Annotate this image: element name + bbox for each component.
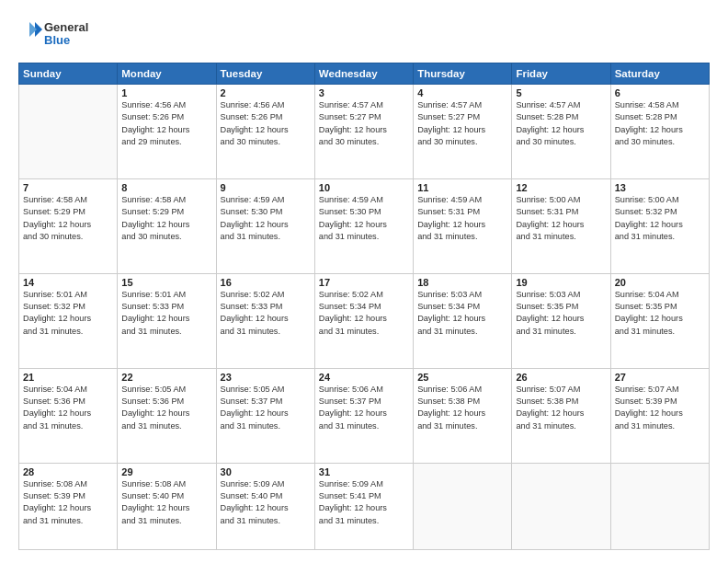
- day-number: 10: [319, 182, 409, 193]
- day-info: Sunrise: 5:09 AMSunset: 5:41 PMDaylight:…: [319, 478, 409, 527]
- day-number: 2: [221, 87, 311, 98]
- day-info: Sunrise: 4:57 AMSunset: 5:27 PMDaylight:…: [417, 99, 507, 148]
- calendar-cell: 29Sunrise: 5:08 AMSunset: 5:40 PMDayligh…: [118, 463, 216, 549]
- calendar-cell: 21Sunrise: 5:04 AMSunset: 5:36 PMDayligh…: [19, 368, 118, 463]
- day-number: 7: [23, 182, 113, 193]
- calendar-cell: 23Sunrise: 5:05 AMSunset: 5:37 PMDayligh…: [216, 368, 314, 463]
- weekday-header-saturday: Saturday: [610, 63, 709, 85]
- day-info: Sunrise: 5:05 AMSunset: 5:37 PMDaylight:…: [221, 384, 311, 432]
- day-number: 5: [516, 87, 606, 98]
- calendar-cell: 22Sunrise: 5:05 AMSunset: 5:36 PMDayligh…: [118, 368, 216, 463]
- calendar-cell: 26Sunrise: 5:07 AMSunset: 5:38 PMDayligh…: [512, 368, 610, 463]
- calendar-cell: 13Sunrise: 5:00 AMSunset: 5:32 PMDayligh…: [610, 178, 709, 273]
- day-number: 27: [615, 372, 705, 383]
- calendar-cell: 19Sunrise: 5:03 AMSunset: 5:35 PMDayligh…: [512, 273, 610, 368]
- day-info: Sunrise: 5:01 AMSunset: 5:32 PMDaylight:…: [23, 289, 113, 338]
- day-number: 19: [516, 277, 606, 288]
- day-info: Sunrise: 5:03 AMSunset: 5:35 PMDaylight:…: [516, 289, 606, 338]
- day-number: 26: [516, 372, 606, 383]
- calendar-cell: 8Sunrise: 4:58 AMSunset: 5:29 PMDaylight…: [118, 178, 216, 273]
- day-info: Sunrise: 5:02 AMSunset: 5:34 PMDaylight:…: [319, 289, 409, 338]
- day-number: 25: [417, 372, 507, 383]
- calendar-cell: 30Sunrise: 5:09 AMSunset: 5:40 PMDayligh…: [216, 463, 314, 549]
- day-info: Sunrise: 5:09 AMSunset: 5:40 PMDaylight:…: [221, 478, 311, 527]
- day-number: 22: [121, 372, 211, 383]
- calendar-cell: 3Sunrise: 4:57 AMSunset: 5:27 PMDaylight…: [314, 85, 413, 179]
- day-number: 30: [221, 466, 311, 477]
- day-number: 6: [615, 87, 705, 98]
- day-number: 21: [23, 372, 113, 383]
- day-info: Sunrise: 5:04 AMSunset: 5:35 PMDaylight:…: [615, 289, 705, 338]
- calendar-cell: 27Sunrise: 5:07 AMSunset: 5:39 PMDayligh…: [610, 368, 709, 463]
- svg-text:Blue: Blue: [44, 33, 70, 47]
- day-number: 18: [417, 277, 507, 288]
- weekday-header-friday: Friday: [512, 63, 610, 85]
- day-info: Sunrise: 4:59 AMSunset: 5:30 PMDaylight:…: [319, 194, 409, 243]
- day-number: 13: [615, 182, 705, 193]
- calendar-cell: 28Sunrise: 5:08 AMSunset: 5:39 PMDayligh…: [19, 463, 118, 549]
- day-info: Sunrise: 5:00 AMSunset: 5:31 PMDaylight:…: [516, 194, 606, 243]
- calendar-cell: 15Sunrise: 5:01 AMSunset: 5:33 PMDayligh…: [118, 273, 216, 368]
- calendar-cell: 1Sunrise: 4:56 AMSunset: 5:26 PMDaylight…: [118, 85, 216, 179]
- calendar-cell: [512, 463, 610, 549]
- day-info: Sunrise: 5:02 AMSunset: 5:33 PMDaylight:…: [221, 289, 311, 338]
- day-number: 29: [121, 466, 211, 477]
- svg-text:General: General: [44, 20, 88, 34]
- day-number: 12: [516, 182, 606, 193]
- day-info: Sunrise: 5:08 AMSunset: 5:39 PMDaylight:…: [23, 478, 113, 527]
- calendar-cell: 16Sunrise: 5:02 AMSunset: 5:33 PMDayligh…: [216, 273, 314, 368]
- day-info: Sunrise: 4:56 AMSunset: 5:26 PMDaylight:…: [221, 99, 311, 148]
- day-info: Sunrise: 4:58 AMSunset: 5:28 PMDaylight:…: [615, 99, 705, 148]
- calendar-cell: 10Sunrise: 4:59 AMSunset: 5:30 PMDayligh…: [314, 178, 413, 273]
- calendar-cell: 7Sunrise: 4:58 AMSunset: 5:29 PMDaylight…: [19, 178, 118, 273]
- weekday-header-wednesday: Wednesday: [314, 63, 413, 85]
- calendar-cell: 12Sunrise: 5:00 AMSunset: 5:31 PMDayligh…: [512, 178, 610, 273]
- calendar-cell: [414, 463, 512, 549]
- calendar-cell: 4Sunrise: 4:57 AMSunset: 5:27 PMDaylight…: [414, 85, 512, 179]
- calendar-table: SundayMondayTuesdayWednesdayThursdayFrid…: [18, 63, 710, 550]
- calendar-cell: 11Sunrise: 4:59 AMSunset: 5:31 PMDayligh…: [414, 178, 512, 273]
- calendar-cell: 18Sunrise: 5:03 AMSunset: 5:34 PMDayligh…: [414, 273, 512, 368]
- calendar-cell: 14Sunrise: 5:01 AMSunset: 5:32 PMDayligh…: [19, 273, 118, 368]
- day-info: Sunrise: 5:00 AMSunset: 5:32 PMDaylight:…: [615, 194, 705, 243]
- day-number: 1: [121, 87, 211, 98]
- calendar-cell: 9Sunrise: 4:59 AMSunset: 5:30 PMDaylight…: [216, 178, 314, 273]
- day-info: Sunrise: 4:57 AMSunset: 5:27 PMDaylight:…: [319, 99, 409, 148]
- day-info: Sunrise: 5:05 AMSunset: 5:36 PMDaylight:…: [121, 384, 211, 432]
- calendar-cell: 6Sunrise: 4:58 AMSunset: 5:28 PMDaylight…: [610, 85, 709, 179]
- day-info: Sunrise: 4:58 AMSunset: 5:29 PMDaylight:…: [23, 194, 113, 243]
- day-number: 9: [221, 182, 311, 193]
- day-number: 23: [221, 372, 311, 383]
- calendar-cell: [610, 463, 709, 549]
- day-number: 14: [23, 277, 113, 288]
- day-info: Sunrise: 5:04 AMSunset: 5:36 PMDaylight:…: [23, 384, 113, 432]
- calendar-cell: 25Sunrise: 5:06 AMSunset: 5:38 PMDayligh…: [414, 368, 512, 463]
- calendar-cell: 17Sunrise: 5:02 AMSunset: 5:34 PMDayligh…: [314, 273, 413, 368]
- day-number: 4: [417, 87, 507, 98]
- page: General Blue SundayMondayTuesdayWednesda…: [0, 0, 728, 563]
- calendar-cell: 5Sunrise: 4:57 AMSunset: 5:28 PMDaylight…: [512, 85, 610, 179]
- day-number: 31: [319, 466, 409, 477]
- day-info: Sunrise: 4:57 AMSunset: 5:28 PMDaylight:…: [516, 99, 606, 148]
- day-info: Sunrise: 4:56 AMSunset: 5:26 PMDaylight:…: [121, 99, 211, 148]
- header: General Blue: [18, 17, 710, 53]
- day-info: Sunrise: 5:07 AMSunset: 5:39 PMDaylight:…: [615, 384, 705, 432]
- calendar-cell: 20Sunrise: 5:04 AMSunset: 5:35 PMDayligh…: [610, 273, 709, 368]
- day-info: Sunrise: 5:06 AMSunset: 5:38 PMDaylight:…: [417, 384, 507, 432]
- weekday-header-tuesday: Tuesday: [216, 63, 314, 85]
- weekday-header-sunday: Sunday: [19, 63, 118, 85]
- day-number: 8: [121, 182, 211, 193]
- day-number: 16: [221, 277, 311, 288]
- day-info: Sunrise: 4:59 AMSunset: 5:31 PMDaylight:…: [417, 194, 507, 243]
- day-info: Sunrise: 4:58 AMSunset: 5:29 PMDaylight:…: [121, 194, 211, 243]
- calendar-cell: 24Sunrise: 5:06 AMSunset: 5:37 PMDayligh…: [314, 368, 413, 463]
- day-info: Sunrise: 5:03 AMSunset: 5:34 PMDaylight:…: [417, 289, 507, 338]
- day-number: 15: [121, 277, 211, 288]
- day-info: Sunrise: 5:08 AMSunset: 5:40 PMDaylight:…: [121, 478, 211, 527]
- day-number: 17: [319, 277, 409, 288]
- day-info: Sunrise: 5:06 AMSunset: 5:37 PMDaylight:…: [319, 384, 409, 432]
- logo-icon: General Blue: [18, 17, 101, 53]
- calendar-cell: 2Sunrise: 4:56 AMSunset: 5:26 PMDaylight…: [216, 85, 314, 179]
- weekday-header-monday: Monday: [118, 63, 216, 85]
- day-number: 11: [417, 182, 507, 193]
